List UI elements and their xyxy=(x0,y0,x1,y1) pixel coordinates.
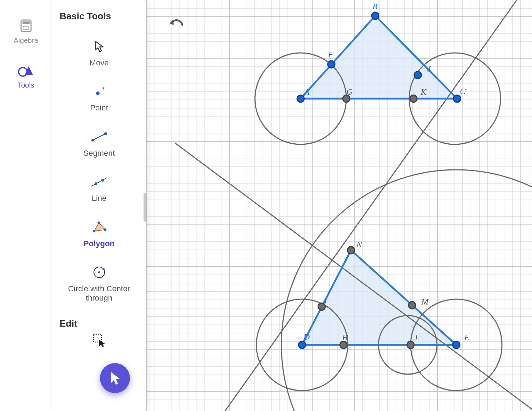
tool-circle[interactable]: Circle with Center through xyxy=(55,258,143,313)
undo-button[interactable] xyxy=(168,14,185,31)
tool-circle-label: Circle with Center through xyxy=(55,284,143,303)
svg-point-176 xyxy=(453,95,461,102)
svg-point-3 xyxy=(25,26,27,28)
svg-point-184 xyxy=(453,341,460,348)
toolpanel-heading: Basic Tools xyxy=(60,11,143,22)
scroll-thumb[interactable] xyxy=(144,193,146,222)
svg-text:A: A xyxy=(303,87,310,96)
geometry-svg: GKNIMHLABCFJDE xyxy=(146,0,532,411)
tool-point[interactable]: A Point xyxy=(55,78,143,123)
line-icon xyxy=(91,174,108,189)
shapes-icon xyxy=(18,63,34,78)
svg-text:L: L xyxy=(415,333,420,342)
nav-tools-label: Tools xyxy=(17,81,34,89)
svg-point-19 xyxy=(104,228,106,231)
segment-icon xyxy=(91,129,108,144)
svg-point-174 xyxy=(372,12,379,19)
svg-line-14 xyxy=(91,178,107,186)
tool-segment-label: Segment xyxy=(83,149,115,158)
svg-point-22 xyxy=(102,268,105,270)
svg-point-18 xyxy=(97,221,100,224)
svg-point-4 xyxy=(27,26,29,28)
tool-point-label: Point xyxy=(90,103,108,113)
svg-point-162 xyxy=(347,247,355,254)
nav-algebra-label: Algebra xyxy=(14,36,38,45)
svg-marker-142 xyxy=(301,16,457,99)
cursor-icon xyxy=(91,39,108,54)
svg-point-5 xyxy=(23,29,25,30)
polygon-icon xyxy=(91,220,108,235)
svg-point-17 xyxy=(92,229,95,232)
nav-column: Algebra Tools xyxy=(0,0,52,411)
svg-text:J: J xyxy=(427,64,431,73)
nav-tools[interactable]: Tools xyxy=(17,63,34,89)
svg-point-172 xyxy=(297,95,304,102)
tool-line-label: Line xyxy=(92,194,107,203)
svg-point-7 xyxy=(27,29,29,30)
point-icon: A xyxy=(91,84,108,99)
svg-text:G: G xyxy=(346,87,352,96)
svg-point-12 xyxy=(91,139,94,142)
svg-text:I: I xyxy=(324,296,327,305)
svg-text:C: C xyxy=(460,86,466,96)
tool-segment[interactable]: Segment xyxy=(55,123,143,168)
svg-point-2 xyxy=(23,26,25,28)
tool-line[interactable]: Line xyxy=(55,168,143,213)
svg-point-178 xyxy=(328,61,335,68)
svg-point-15 xyxy=(95,182,97,185)
svg-text:M: M xyxy=(421,297,429,306)
tool-panel: Basic Tools Move A Point Segment xyxy=(52,0,146,411)
svg-point-6 xyxy=(25,29,27,30)
svg-point-170 xyxy=(407,341,414,348)
svg-point-182 xyxy=(298,341,306,348)
nav-algebra[interactable]: Algebra xyxy=(14,18,38,45)
svg-point-166 xyxy=(408,302,416,309)
svg-text:F: F xyxy=(328,50,333,59)
calculator-icon xyxy=(18,18,34,34)
svg-text:H: H xyxy=(342,333,349,342)
svg-text:E: E xyxy=(464,333,470,342)
svg-text:A: A xyxy=(101,86,105,91)
svg-point-168 xyxy=(340,341,347,348)
svg-rect-1 xyxy=(22,21,30,24)
svg-point-9 xyxy=(96,91,100,95)
svg-line-11 xyxy=(93,134,106,140)
fab-cursor[interactable] xyxy=(100,363,130,393)
svg-point-8 xyxy=(19,68,27,76)
circle-tool-icon xyxy=(91,265,108,280)
tool-polygon-label: Polygon xyxy=(84,239,115,248)
svg-text:K: K xyxy=(420,87,427,96)
svg-text:B: B xyxy=(372,2,378,11)
svg-text:D: D xyxy=(303,332,310,341)
svg-point-16 xyxy=(101,179,104,182)
tool-list: Move A Point Segment Line xyxy=(55,33,143,313)
geometry-canvas[interactable]: GKNIMHLABCFJDE xyxy=(146,0,532,411)
toolpanel-edit-heading: Edit xyxy=(60,318,143,329)
svg-point-180 xyxy=(414,71,421,79)
select-icon xyxy=(92,333,106,348)
tool-polygon[interactable]: Polygon xyxy=(55,213,143,258)
tool-move-label: Move xyxy=(90,58,109,68)
tool-move[interactable]: Move xyxy=(55,33,143,78)
svg-point-160 xyxy=(410,95,417,102)
svg-point-21 xyxy=(98,271,100,273)
svg-point-13 xyxy=(104,132,107,135)
svg-text:N: N xyxy=(356,240,363,249)
